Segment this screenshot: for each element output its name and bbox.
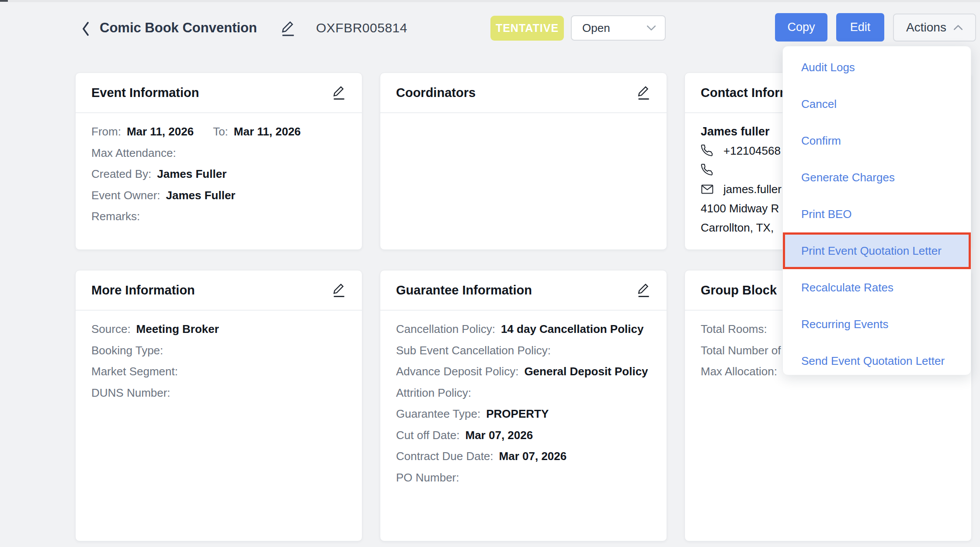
- field-value: PROPERTY: [486, 407, 549, 420]
- contact-email: james.fuller: [723, 183, 782, 196]
- edit-guarantee-information-button[interactable]: [636, 282, 651, 298]
- phone-icon: [701, 144, 714, 157]
- menu-item-label: Cancel: [801, 97, 837, 111]
- edit-coordinators-button[interactable]: [636, 85, 651, 100]
- pencil-icon: [332, 282, 346, 298]
- card-body: From:Mar 11, 2026To:Mar 11, 2026Max Atte…: [76, 113, 362, 235]
- card-coordinators: Coordinators: [380, 73, 667, 250]
- card-header: Event Information: [76, 73, 362, 113]
- field-value: Mar 11, 2026: [127, 125, 194, 138]
- menu-item-send-event-quotation-letter[interactable]: Send Event Quotation Letter: [783, 343, 971, 379]
- status-select[interactable]: Open: [571, 15, 666, 41]
- field-label: Remarks:: [91, 210, 140, 223]
- edit-event-information-button[interactable]: [332, 85, 346, 100]
- menu-item-cancel[interactable]: Cancel: [783, 86, 971, 122]
- edit-button[interactable]: Edit: [836, 13, 884, 42]
- pencil-icon: [280, 20, 296, 37]
- status-select-value: Open: [582, 21, 610, 35]
- info-row: Market Segment:: [91, 361, 346, 382]
- menu-item-recalculate-rates[interactable]: Recalculate Rates: [783, 269, 971, 306]
- info-row: Guarantee Type:PROPERTY: [396, 403, 651, 425]
- menu-item-label: Recalculate Rates: [801, 281, 893, 294]
- field-value: Mar 11, 2026: [234, 125, 301, 138]
- menu-item-print-beo[interactable]: Print BEO: [783, 196, 971, 232]
- field-value: Mar 07, 2026: [499, 450, 567, 463]
- menu-item-label: Confirm: [801, 134, 841, 148]
- edit-title-button[interactable]: [280, 20, 296, 37]
- edit-more-information-button[interactable]: [332, 282, 346, 298]
- info-row: Booking Type:: [91, 340, 346, 361]
- card-title: Event Information: [91, 86, 199, 100]
- info-row: Contract Due Date:Mar 07, 2026: [396, 446, 651, 467]
- chevron-down-icon: [646, 25, 656, 31]
- actions-button[interactable]: Actions: [893, 14, 976, 42]
- pencil-icon: [636, 282, 651, 298]
- status-badge: TENTATIVE: [490, 16, 564, 41]
- info-row: Sub Event Cancellation Policy:: [396, 340, 651, 361]
- card-header: Guarantee Information: [380, 270, 667, 311]
- menu-item-print-event-quotation-letter[interactable]: Print Event Quotation Letter: [783, 232, 971, 269]
- info-row: Event Owner:James Fuller: [91, 185, 346, 206]
- field-label: Max Attendance:: [91, 146, 176, 159]
- card-body: Source:Meeting BrokerBooking Type:Market…: [76, 311, 362, 411]
- field-label: Total Rooms:: [701, 322, 767, 336]
- field-label: Source:: [91, 322, 131, 336]
- card-more-information: More Information Source:Meeting BrokerBo…: [75, 270, 362, 541]
- card-title: Guarantee Information: [396, 283, 532, 298]
- phone-icon: [701, 163, 714, 177]
- card-body: Cancellation Policy:14 day Cancellation …: [380, 311, 667, 496]
- page-title: Comic Book Convention: [100, 20, 257, 36]
- field-label: Market Segment:: [91, 365, 178, 378]
- menu-item-label: Send Event Quotation Letter: [801, 354, 945, 368]
- event-detail-page: Comic Book Convention OXFBR005814 TENTAT…: [0, 0, 980, 547]
- field-value: 14 day Cancellation Policy: [501, 322, 644, 336]
- actions-button-label: Actions: [906, 21, 946, 35]
- info-row: Advance Deposit Policy:General Deposit P…: [396, 361, 651, 382]
- menu-item-label: Generate Charges: [801, 171, 895, 184]
- menu-item-recurring-events[interactable]: Recurring Events: [783, 306, 971, 343]
- info-row: Max Attendance:: [91, 142, 346, 164]
- copy-button[interactable]: Copy: [775, 13, 827, 42]
- card-body: [380, 113, 667, 129]
- info-row: Created By:James Fuller: [91, 163, 346, 185]
- menu-item-generate-charges[interactable]: Generate Charges: [783, 159, 971, 196]
- card-guarantee-information: Guarantee Information Cancellation Polic…: [380, 270, 667, 541]
- reference-number: OXFBR005814: [316, 21, 407, 35]
- menu-item-audit-logs[interactable]: Audit Logs: [783, 49, 971, 86]
- chevron-left-icon: [80, 21, 91, 37]
- field-value: James Fuller: [157, 167, 226, 180]
- menu-item-confirm[interactable]: Confirm: [783, 122, 971, 159]
- field-label: Booking Type:: [91, 344, 163, 357]
- pencil-icon: [332, 85, 346, 100]
- field-label: To:: [213, 125, 228, 138]
- top-strip: [0, 0, 980, 2]
- field-value: James Fuller: [166, 189, 236, 202]
- field-label: Guarantee Type:: [396, 407, 480, 420]
- card-title: More Information: [91, 283, 195, 298]
- menu-item-label: Audit Logs: [801, 61, 855, 74]
- info-row: DUNS Number:: [91, 382, 346, 404]
- field-label: Attrition Policy:: [396, 386, 471, 399]
- corner-sliver: [0, 0, 8, 2]
- info-row: Cancellation Policy:14 day Cancellation …: [396, 319, 651, 340]
- info-row: Attrition Policy:: [396, 382, 651, 404]
- field-label: DUNS Number:: [91, 386, 170, 399]
- back-button[interactable]: [80, 21, 91, 37]
- contact-phone-primary: +12104568: [723, 144, 781, 158]
- field-label: Event Owner:: [91, 189, 160, 202]
- field-label: From:: [91, 125, 121, 138]
- field-label: Sub Event Cancellation Policy:: [396, 344, 551, 357]
- field-label: Cancellation Policy:: [396, 322, 495, 336]
- field-label: Total Number of: [701, 344, 781, 357]
- field-label: Max Allocation:: [701, 365, 777, 378]
- field-value: Meeting Broker: [136, 322, 219, 336]
- info-row: Source:Meeting Broker: [91, 319, 346, 340]
- field-label: PO Number:: [396, 471, 459, 484]
- card-header: Coordinators: [380, 73, 667, 113]
- card-event-information: Event Information From:Mar 11, 2026To:Ma…: [75, 73, 362, 250]
- info-row: Cut off Date:Mar 07, 2026: [396, 425, 651, 446]
- menu-item-label: Print Event Quotation Letter: [801, 244, 942, 258]
- info-row: From:Mar 11, 2026To:Mar 11, 2026: [91, 121, 346, 142]
- card-title: Coordinators: [396, 86, 476, 100]
- menu-item-label: Recurring Events: [801, 318, 888, 331]
